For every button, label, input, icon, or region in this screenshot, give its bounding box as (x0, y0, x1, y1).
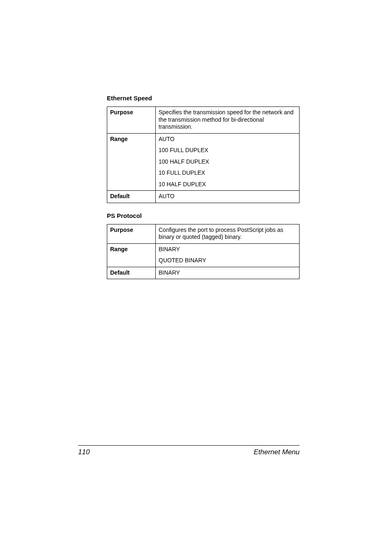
range-value: 100 FULL DUPLEX (159, 145, 296, 156)
cell-purpose-value: Specifies the transmission speed for the… (156, 107, 300, 134)
page-number: 110 (78, 448, 90, 456)
range-value: 100 HALF DUPLEX (159, 156, 296, 168)
range-value: AUTO (159, 136, 296, 145)
cell-default-label: Default (107, 267, 156, 279)
table-row: Range BINARY QUOTED BINARY (107, 243, 300, 267)
table-ps-protocol: Purpose Configures the port to process P… (107, 224, 300, 280)
cell-default-label: Default (107, 191, 156, 203)
cell-default-value: AUTO (156, 191, 300, 203)
page-footer: 110 Ethernet Menu (78, 445, 300, 456)
cell-range-values: BINARY QUOTED BINARY (156, 243, 300, 267)
cell-range-label: Range (107, 243, 156, 267)
range-value: 10 FULL DUPLEX (159, 167, 296, 179)
table-row: Default BINARY (107, 267, 300, 279)
table-row: Purpose Configures the port to process P… (107, 224, 300, 243)
table-row: Default AUTO (107, 191, 300, 203)
range-value: QUOTED BINARY (159, 255, 296, 264)
cell-range-values: AUTO 100 FULL DUPLEX 100 HALF DUPLEX 10 … (156, 133, 300, 191)
heading-ps-protocol: PS Protocol (107, 212, 300, 219)
cell-purpose-label: Purpose (107, 224, 156, 243)
cell-range-label: Range (107, 133, 156, 191)
table-row: Range AUTO 100 FULL DUPLEX 100 HALF DUPL… (107, 133, 300, 191)
table-ethernet-speed: Purpose Specifies the transmission speed… (107, 106, 300, 203)
cell-default-value: BINARY (156, 267, 300, 279)
cell-purpose-value: Configures the port to process PostScrip… (156, 224, 300, 243)
range-value: BINARY (159, 246, 296, 255)
cell-purpose-label: Purpose (107, 107, 156, 134)
range-value: 10 HALF DUPLEX (159, 179, 296, 188)
heading-ethernet-speed: Ethernet Speed (107, 95, 300, 102)
table-row: Purpose Specifies the transmission speed… (107, 107, 300, 134)
footer-section-title: Ethernet Menu (254, 448, 300, 456)
